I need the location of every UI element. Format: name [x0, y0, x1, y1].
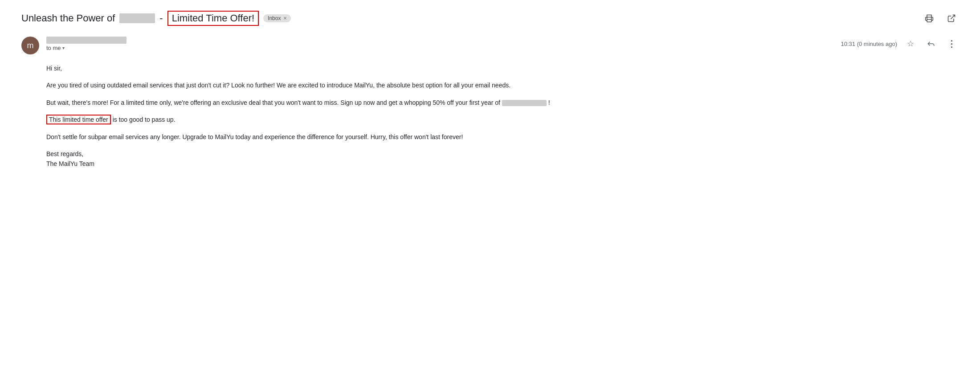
email-paragraph-4: Don't settle for subpar email services a…: [46, 132, 670, 142]
inbox-label: Inbox: [268, 15, 281, 21]
to-me-dropdown[interactable]: to me ▾: [46, 45, 127, 51]
print-button[interactable]: [922, 11, 936, 25]
closing-line2: The MailYu Team: [46, 160, 94, 167]
meta-left: m to me ▾: [21, 37, 127, 54]
to-me-chevron-icon: ▾: [62, 45, 65, 50]
sender-name-row: [46, 37, 127, 44]
reply-button[interactable]: [924, 37, 938, 51]
star-button[interactable]: ☆: [903, 37, 918, 51]
meta-right: 10:31 (0 minutes ago) ☆ ⋮: [841, 37, 959, 51]
paragraph2-suffix: !: [548, 99, 550, 106]
email-greeting: Hi sir,: [46, 63, 670, 73]
sender-name-redacted: [46, 37, 127, 44]
subject-highlight: Limited Time Offer!: [167, 11, 259, 26]
email-paragraph-3: This limited time offer is too good to p…: [46, 115, 670, 124]
to-me-label: to me: [46, 45, 61, 51]
paragraph2-redacted: [502, 100, 547, 106]
svg-rect-0: [927, 20, 931, 22]
paragraph3-rest: is too good to pass up.: [111, 116, 176, 123]
closing-line1: Best regards,: [46, 150, 83, 157]
more-icon: ⋮: [947, 38, 956, 49]
paragraph2-prefix: But wait, there's more! For a limited ti…: [46, 99, 502, 106]
email-closing: Best regards, The MailYu Team: [46, 149, 670, 169]
subject-redacted-block: [119, 13, 155, 23]
sender-avatar: m: [21, 37, 39, 54]
star-icon: ☆: [907, 39, 914, 49]
email-paragraph-2: But wait, there's more! For a limited ti…: [46, 98, 670, 107]
subject-dash: -: [159, 12, 163, 24]
inbox-badge: Inbox ×: [263, 14, 291, 22]
inbox-close-button[interactable]: ×: [283, 15, 286, 21]
subject-prefix: Unleash the Power of: [21, 12, 115, 24]
email-container: Unleash the Power of - Limited Time Offe…: [0, 0, 980, 187]
subject-actions: [922, 11, 959, 25]
meta-row: m to me ▾ 10:31 (0 minutes ago) ☆: [21, 37, 959, 54]
email-paragraph-1: Are you tired of using outdated email se…: [46, 80, 670, 90]
sender-info: to me ▾: [46, 37, 127, 51]
email-timestamp: 10:31 (0 minutes ago): [841, 41, 897, 47]
more-options-button[interactable]: ⋮: [944, 37, 959, 51]
email-body: Hi sir, Are you tired of using outdated …: [46, 63, 670, 169]
new-window-button[interactable]: [944, 11, 959, 25]
limited-time-offer-highlight: This limited time offer: [46, 115, 111, 124]
subject-left: Unleash the Power of - Limited Time Offe…: [21, 11, 922, 26]
subject-row: Unleash the Power of - Limited Time Offe…: [21, 11, 959, 26]
svg-line-1: [951, 15, 955, 19]
